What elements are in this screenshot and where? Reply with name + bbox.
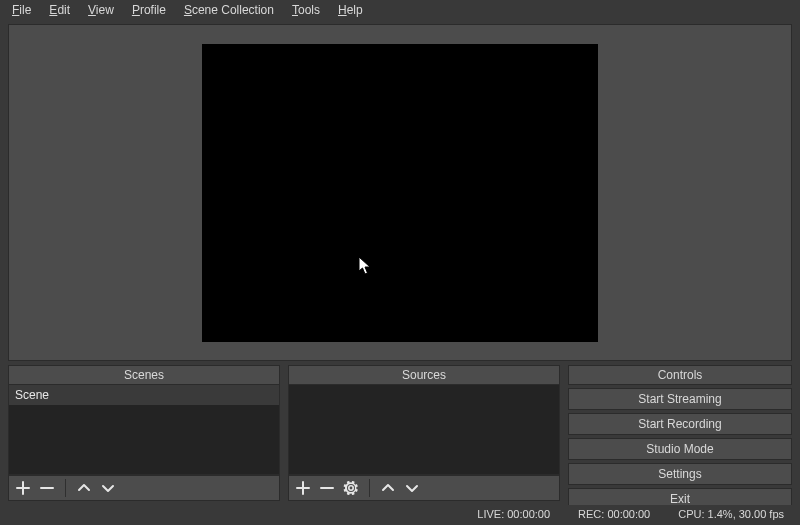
sources-toolbar [288, 475, 560, 501]
gear-icon[interactable] [341, 478, 361, 498]
menu-tools[interactable]: Tools [284, 2, 328, 18]
minus-icon[interactable] [317, 478, 337, 498]
settings-button[interactable]: Settings [568, 463, 792, 485]
status-rec: REC: 00:00:00 [578, 508, 650, 520]
plus-icon[interactable] [13, 478, 33, 498]
start-recording-button[interactable]: Start Recording [568, 413, 792, 435]
scenes-list[interactable]: Scene [8, 385, 280, 475]
menu-view[interactable]: View [80, 2, 122, 18]
controls-panel: Controls Start Streaming Start Recording… [568, 365, 792, 501]
chevron-up-icon[interactable] [378, 478, 398, 498]
chevron-up-icon[interactable] [74, 478, 94, 498]
menu-profile[interactable]: Profile [124, 2, 174, 18]
status-cpu: CPU: 1.4%, 30.00 fps [678, 508, 784, 520]
menu-edit[interactable]: Edit [41, 2, 78, 18]
controls-header: Controls [568, 365, 792, 385]
menu-file[interactable]: File [4, 2, 39, 18]
scenes-header: Scenes [8, 365, 280, 385]
mouse-cursor-icon [358, 256, 372, 276]
plus-icon[interactable] [293, 478, 313, 498]
studio-mode-button[interactable]: Studio Mode [568, 438, 792, 460]
minus-icon[interactable] [37, 478, 57, 498]
bottom-panels: Scenes Scene Sources [0, 365, 800, 505]
chevron-down-icon[interactable] [402, 478, 422, 498]
status-bar: LIVE: 00:00:00 REC: 00:00:00 CPU: 1.4%, … [0, 505, 800, 525]
sources-panel: Sources [288, 365, 560, 501]
scenes-panel: Scenes Scene [8, 365, 280, 501]
menu-bar: File Edit View Profile Scene Collection … [0, 0, 800, 20]
scenes-toolbar [8, 475, 280, 501]
menu-scene-collection[interactable]: Scene Collection [176, 2, 282, 18]
status-live: LIVE: 00:00:00 [477, 508, 550, 520]
toolbar-separator [369, 479, 370, 497]
controls-buttons: Start Streaming Start Recording Studio M… [568, 385, 792, 510]
menu-help[interactable]: Help [330, 2, 371, 18]
chevron-down-icon[interactable] [98, 478, 118, 498]
start-streaming-button[interactable]: Start Streaming [568, 388, 792, 410]
sources-header: Sources [288, 365, 560, 385]
toolbar-separator [65, 479, 66, 497]
list-item[interactable]: Scene [9, 385, 279, 405]
sources-list[interactable] [288, 385, 560, 475]
preview-area[interactable] [8, 24, 792, 361]
preview-canvas[interactable] [202, 44, 598, 342]
